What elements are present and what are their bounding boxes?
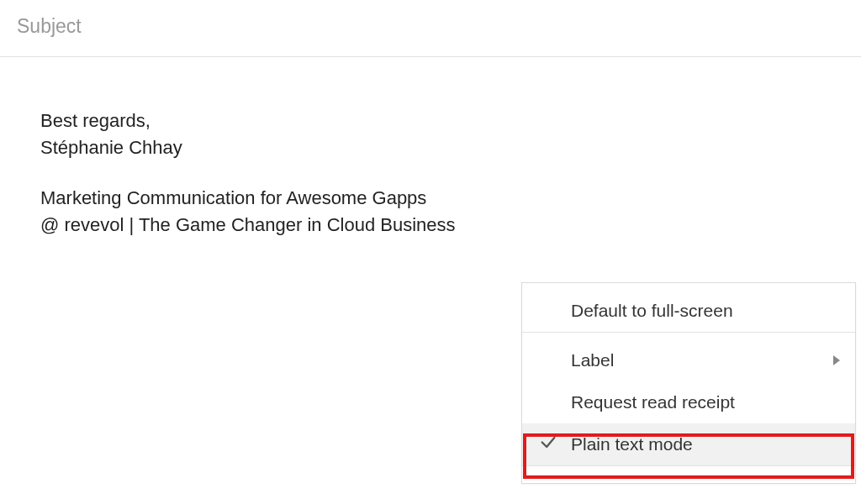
menu-item-label: Request read receipt — [571, 392, 735, 412]
menu-label[interactable]: Label — [522, 333, 855, 381]
email-signature: Best regards, Stéphanie Chhay Marketing … — [40, 108, 844, 239]
menu-plain-text-mode[interactable]: Plain text mode — [522, 423, 855, 465]
compose-body[interactable]: Best regards, Stéphanie Chhay Marketing … — [0, 57, 861, 255]
signature-line: Best regards, — [40, 108, 844, 134]
subject-field[interactable]: Subject — [0, 0, 861, 57]
menu-item-label: Label — [571, 350, 614, 370]
chevron-right-icon — [833, 355, 840, 365]
signature-line: Marketing Communication for Awesome Gapp… — [40, 185, 844, 212]
menu-item-label: Default to full-screen — [571, 301, 733, 321]
more-options-menu: Default to full-screen Label Request rea… — [521, 282, 856, 484]
check-icon — [539, 433, 557, 456]
signature-line: Stéphanie Chhay — [40, 134, 844, 161]
menu-default-fullscreen[interactable]: Default to full-screen — [522, 283, 855, 332]
signature-line: @ revevol | The Game Changer in Cloud Bu… — [40, 212, 844, 239]
menu-item-label: Plain text mode — [571, 434, 693, 454]
menu-request-read-receipt[interactable]: Request read receipt — [522, 381, 855, 423]
subject-placeholder: Subject — [17, 15, 82, 37]
